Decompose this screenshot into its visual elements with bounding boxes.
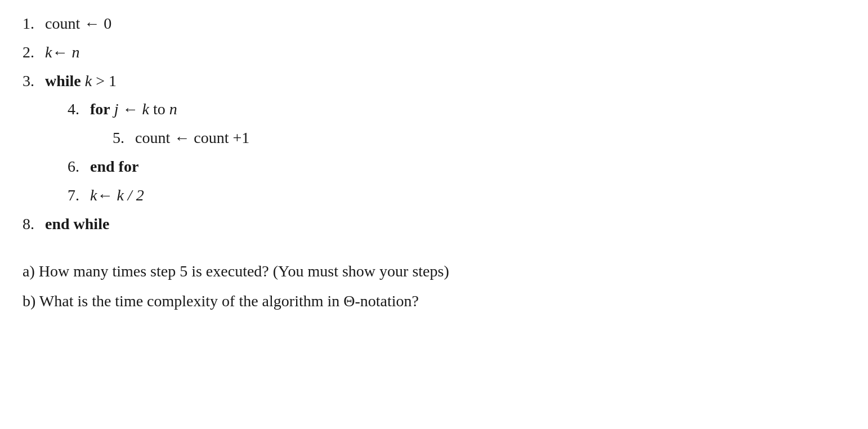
line-8-content: end while <box>45 212 109 237</box>
questions-block: a) How many times step 5 is executed? (Y… <box>23 259 845 314</box>
algorithm-line-7: 7. k← k / 2 <box>68 183 845 208</box>
algorithm-line-2: 2. k← n <box>23 40 845 65</box>
line-number-8: 8. <box>23 212 45 237</box>
question-a-text: a) How many times step 5 is executed? (Y… <box>23 262 449 280</box>
question-b: b) What is the time complexity of the al… <box>23 289 845 314</box>
line-5-content: count ← count +1 <box>135 126 249 151</box>
algorithm-line-1: 1. count ← 0 <box>23 11 845 37</box>
line-number-7: 7. <box>68 183 90 208</box>
algorithm-line-5: 5. count ← count +1 <box>113 126 845 151</box>
line-4-content: for j ← k to n <box>90 97 177 122</box>
line-7-content: k← k / 2 <box>90 183 144 208</box>
line-number-2: 2. <box>23 40 45 65</box>
algorithm-line-3: 3. while k > 1 <box>23 69 845 94</box>
line-3-content: while k > 1 <box>45 69 117 94</box>
question-b-text: b) What is the time complexity of the al… <box>23 292 419 310</box>
algorithm-block: 1. count ← 0 2. k← n 3. while k > 1 4. f… <box>23 11 845 236</box>
algorithm-line-8: 8. end while <box>23 212 845 237</box>
algorithm-line-4: 4. for j ← k to n <box>68 97 845 122</box>
line-1-content: count ← 0 <box>45 11 111 37</box>
line-2-content: k← n <box>45 40 79 65</box>
line-number-1: 1. <box>23 11 45 37</box>
line-number-4: 4. <box>68 97 90 122</box>
question-a: a) How many times step 5 is executed? (Y… <box>23 259 845 284</box>
line-number-5: 5. <box>113 126 135 151</box>
algorithm-line-6: 6. end for <box>68 154 845 180</box>
line-number-6: 6. <box>68 154 90 180</box>
line-number-3: 3. <box>23 69 45 94</box>
line-6-content: end for <box>90 154 138 180</box>
